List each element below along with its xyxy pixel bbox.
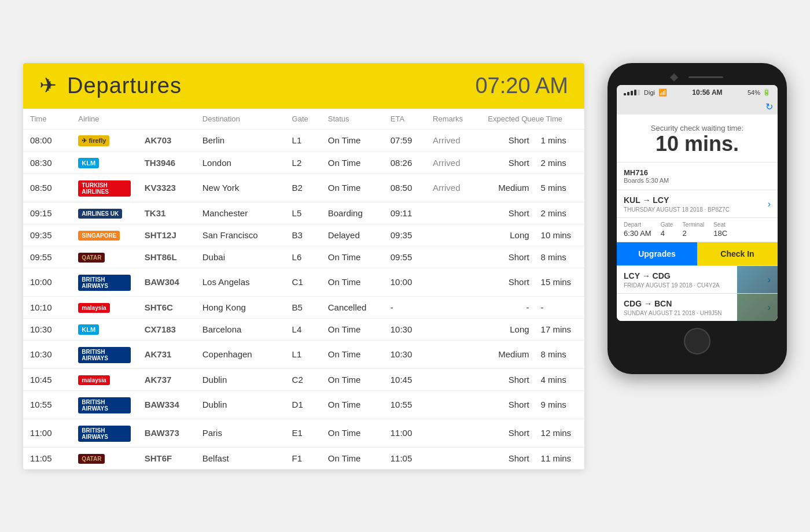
flight-destination-11: Dublin [196, 390, 285, 419]
table-row[interactable]: 10:10 malaysia SHT6C Hong Kong B5 Cancel… [23, 296, 584, 318]
table-row[interactable]: 10:30 KLM CX7183 Barcelona L4 On Time 10… [23, 318, 584, 340]
flight-queue-mins-3: 2 mins [536, 202, 584, 224]
flight-remarks-6 [426, 268, 481, 296]
flight-remarks-8 [426, 318, 481, 340]
flight-time-3: 09:15 [23, 202, 71, 224]
carrier-label: Digi [644, 89, 655, 96]
table-row[interactable]: 10:30 BRITISH AIRWAYS AK731 Copenhagen L… [23, 340, 584, 368]
board-header: ✈ Departures 07:20 AM [23, 63, 584, 109]
flight-airline-logo-8: KLM [71, 318, 137, 340]
table-row[interactable]: 11:00 BRITISH AIRWAYS BAW373 Paris E1 On… [23, 419, 584, 447]
flight-airline-logo-3: AIRLINES UK [71, 202, 137, 224]
upgrades-button[interactable]: Upgrades [617, 242, 697, 265]
flight-queue-label-9: Medium [481, 340, 536, 368]
depart-value: 6:30 AM [624, 229, 651, 238]
flight-status-13: On Time [321, 447, 384, 469]
flight-destination-0: Berlin [196, 129, 285, 152]
table-row[interactable]: 08:30 KLM TH3946 London L2 On Time 08:26… [23, 152, 584, 173]
table-row[interactable]: 09:35 SINGAPORE SHT12J San Francisco B3 … [23, 224, 584, 246]
airline-logo-klm: KLM [78, 158, 99, 168]
signal-dot-5 [638, 90, 640, 95]
airline-logo-airlineuk: AIRLINES UK [78, 209, 122, 219]
phone-time: 10:56 AM [692, 88, 722, 97]
flight-number-0: AK703 [138, 129, 196, 152]
flight-queue-label-5: Short [481, 246, 536, 268]
battery-icon: 🔋 [763, 88, 771, 96]
route1-chevron-icon: › [768, 199, 771, 209]
table-row[interactable]: 09:55 QATAR SHT86L Dubai L6 On Time 09:5… [23, 246, 584, 268]
table-row[interactable]: 09:15 AIRLINES UK TK31 Manchester L5 Boa… [23, 202, 584, 224]
flight-gate-1: L2 [285, 152, 321, 173]
table-row[interactable]: 10:45 malaysia AK737 Dublin C2 On Time 1… [23, 368, 584, 390]
route1-card[interactable]: KUL → LCY THURSDAY AUGUST 18 2018 · BP8Z… [617, 190, 778, 218]
flight-queue-label-7: - [481, 296, 536, 318]
flight-remarks-11 [426, 390, 481, 419]
signal-dot-1 [624, 93, 626, 95]
action-buttons: Upgrades Check In [617, 242, 778, 266]
flight-number-10: AK737 [138, 368, 196, 390]
flight-number-1: TH3946 [138, 152, 196, 173]
battery-level: 54% [748, 89, 760, 96]
table-row[interactable]: 10:55 BRITISH AIRWAYS BAW334 Dublin D1 O… [23, 390, 584, 419]
airline-logo-firefly: ✈ firefly [78, 135, 109, 146]
home-button[interactable] [684, 328, 710, 354]
flight-queue-mins-8: 17 mins [536, 318, 584, 340]
table-row[interactable]: 10:00 BRITISH AIRWAYS BAW304 Los Angelas… [23, 268, 584, 296]
flight-queue-mins-2: 5 mins [536, 173, 584, 202]
flight-queue-mins-0: 1 mins [536, 129, 584, 152]
flight-number-2: KV3323 [138, 173, 196, 202]
detail-seat: Seat 18C [713, 221, 727, 238]
route2-card[interactable]: LCY → CDG FRIDAY AUGUST 19 2018 · CU4Y2A… [617, 266, 778, 294]
route3-arrow: → [644, 299, 652, 308]
status-left: Digi 📶 [624, 88, 667, 97]
flight-time-11: 10:55 [23, 390, 71, 419]
checkin-button[interactable]: Check In [697, 242, 778, 265]
detail-gate: Gate 4 [661, 221, 673, 238]
current-flight-number: MH716 [624, 168, 771, 177]
gate-label: Gate [661, 221, 673, 228]
current-flight-card: MH716 Boards 5:30 AM [617, 162, 778, 190]
table-row[interactable]: 11:05 QATAR SHT6F Belfast F1 On Time 11:… [23, 447, 584, 469]
phone-diamond-icon [670, 73, 678, 81]
flight-time-9: 10:30 [23, 340, 71, 368]
table-row[interactable]: 08:50 TURKISH AIRLINES KV3323 New York B… [23, 173, 584, 202]
flight-status-12: On Time [321, 419, 384, 447]
flight-destination-9: Copenhagen [196, 340, 285, 368]
flight-time-10: 10:45 [23, 368, 71, 390]
route2-date: FRIDAY AUGUST 19 2018 · CU4Y2A [624, 282, 720, 289]
flight-queue-label-0: Short [481, 129, 536, 152]
airline-logo-malaysia: malaysia [78, 303, 109, 313]
flight-airline-logo-12: BRITISH AIRWAYS [71, 419, 137, 447]
flight-gate-4: B3 [285, 224, 321, 246]
route1-to: LCY [653, 195, 669, 205]
flight-status-8: On Time [321, 318, 384, 340]
terminal-label: Terminal [682, 221, 704, 228]
flight-number-3: TK31 [138, 202, 196, 224]
flight-status-2: On Time [321, 173, 384, 202]
phone-line-icon [689, 76, 723, 78]
flight-destination-8: Barcelona [196, 318, 285, 340]
route2-from: LCY [624, 271, 640, 280]
route1-info: KUL → LCY THURSDAY AUGUST 18 2018 · BP8Z… [624, 195, 730, 213]
flight-time-6: 10:00 [23, 268, 71, 296]
flight-details-row: Depart 6:30 AM Gate 4 Terminal 2 Seat 18… [617, 218, 778, 242]
col-header-eta: ETA [384, 109, 426, 130]
flight-eta-5: 09:55 [384, 246, 426, 268]
airline-logo-qatar: QATAR [78, 454, 105, 464]
airline-logo-qatar: QATAR [78, 253, 105, 263]
route2-to: CDG [653, 271, 671, 280]
flight-queue-label-13: Short [481, 447, 536, 469]
flight-number-13: SHT6F [138, 447, 196, 469]
flight-number-7: SHT6C [138, 296, 196, 318]
phone-reload-bar[interactable]: ↻ [617, 99, 778, 114]
flight-remarks-9 [426, 340, 481, 368]
wifi-icon: 📶 [658, 88, 667, 97]
route2-bg [737, 266, 778, 293]
flight-number-8: CX7183 [138, 318, 196, 340]
flight-remarks-3 [426, 202, 481, 224]
flight-airline-logo-10: malaysia [71, 368, 137, 390]
signal-dot-2 [627, 92, 629, 95]
flight-airline-logo-9: BRITISH AIRWAYS [71, 340, 137, 368]
table-row[interactable]: 08:00 ✈ firefly AK703 Berlin L1 On Time … [23, 129, 584, 152]
route3-card[interactable]: CDG → BCN SUNDAY AUGUST 21 2018 · UH9J5N… [617, 294, 778, 321]
